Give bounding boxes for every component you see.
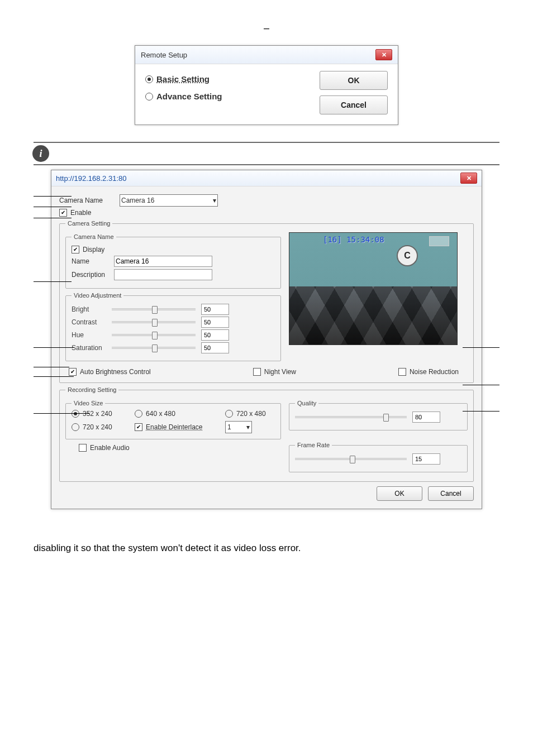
- enable-audio-label: Enable Audio: [90, 444, 130, 452]
- ok-button[interactable]: OK: [320, 71, 388, 90]
- radio-empty-icon: [72, 423, 79, 431]
- cancel-button[interactable]: Cancel: [320, 95, 388, 114]
- preview-overlay-box: [429, 236, 449, 246]
- display-checkbox[interactable]: Display: [72, 246, 275, 253]
- frame-rate-slider[interactable]: [295, 458, 407, 460]
- size-label: 640 x 480: [146, 410, 175, 418]
- camera-setting-legend: Camera Setting: [65, 220, 112, 227]
- camera-name-value: Camera 16: [121, 197, 154, 204]
- deinterlace-select[interactable]: 1 ▾: [225, 421, 252, 433]
- saturation-label: Saturation: [72, 344, 106, 352]
- radio-empty-icon: [225, 410, 233, 418]
- camera-settings-dialog: http://192.168.2.31:80 ✕ Camera Name Cam…: [51, 170, 482, 509]
- hue-slider[interactable]: [112, 334, 196, 336]
- preview-c-badge: C: [397, 245, 418, 266]
- radio-advance-label: Advance Setting: [156, 92, 222, 101]
- video-size-legend: Video Size: [72, 400, 105, 406]
- description-input[interactable]: [114, 269, 212, 280]
- enable-checkbox[interactable]: Enable: [59, 209, 474, 217]
- preview-floor: [289, 286, 457, 344]
- hue-label: Hue: [72, 331, 106, 339]
- auto-brightness-checkbox[interactable]: Auto Brightness Control: [69, 368, 151, 376]
- preview-overlay-text: [16] 15:34:08: [323, 235, 384, 244]
- radio-advance-setting[interactable]: Advance Setting: [145, 92, 222, 101]
- enable-audio-checkbox[interactable]: Enable Audio: [79, 444, 281, 452]
- checkbox-icon: [253, 368, 261, 376]
- saturation-value: 50: [201, 342, 229, 353]
- contrast-value: 50: [201, 317, 229, 328]
- chevron-down-icon: ▾: [213, 197, 216, 204]
- checkbox-icon: [72, 246, 79, 253]
- video-adjustment-fieldset: Video Adjustment Bright 50 Contrast 50: [65, 292, 281, 361]
- close-icon[interactable]: ✕: [375, 49, 392, 60]
- camera-setting-fieldset: Camera Setting Camera Name Display Name: [59, 220, 474, 383]
- auto-brightness-label: Auto Brightness Control: [80, 368, 151, 376]
- display-label: Display: [83, 246, 104, 253]
- quality-legend: Quality: [295, 400, 318, 406]
- checkbox-icon: [59, 209, 67, 217]
- deinterlace-value: 1: [227, 423, 231, 431]
- preview-image: [16] 15:34:08 C: [289, 232, 458, 345]
- body-paragraph: disabling it so that the system won't de…: [34, 543, 499, 554]
- radio-empty-icon: [135, 410, 142, 418]
- name-label: Name: [72, 257, 110, 265]
- enable-label: Enable: [70, 209, 91, 217]
- camera-name-select[interactable]: Camera 16 ▾: [120, 194, 218, 207]
- chevron-down-icon: ▾: [246, 423, 250, 431]
- remote-setup-dialog: Remote Setup ✕ Basic Setting Advance Set…: [135, 45, 398, 125]
- bright-value: 50: [201, 304, 229, 315]
- bright-label: Bright: [72, 305, 106, 313]
- night-view-label: Night View: [264, 368, 296, 376]
- checkbox-icon: [135, 423, 142, 431]
- name-input[interactable]: [114, 256, 212, 267]
- top-dash: –: [34, 22, 499, 34]
- radio-basic-setting[interactable]: Basic Setting: [145, 74, 222, 84]
- night-view-checkbox[interactable]: Night View: [253, 368, 296, 376]
- close-icon[interactable]: ✕: [460, 173, 477, 184]
- checkbox-icon: [79, 444, 87, 452]
- dialog-body: Basic Setting Advance Setting OK Cancel: [135, 64, 398, 125]
- cancel-button[interactable]: Cancel: [428, 486, 474, 501]
- description-label: Description: [72, 271, 110, 279]
- size-label: 352 x 240: [83, 410, 112, 418]
- size-label: 720 x 480: [236, 410, 266, 418]
- camera-name-label: Camera Name: [59, 197, 115, 204]
- saturation-slider[interactable]: [112, 347, 196, 349]
- size-640x480-radio[interactable]: 640 x 480: [135, 410, 212, 418]
- size-720x480-radio[interactable]: 720 x 480: [225, 410, 275, 418]
- enable-deinterlace-checkbox[interactable]: Enable Deinterlace: [135, 423, 212, 431]
- camera-name-legend: Camera Name: [72, 233, 116, 240]
- noise-reduction-checkbox[interactable]: Noise Reduction: [398, 368, 459, 376]
- ok-button[interactable]: OK: [377, 486, 422, 501]
- enable-deinterlace-label: Enable Deinterlace: [146, 423, 202, 431]
- recording-setting-legend: Recording Setting: [65, 386, 118, 393]
- video-size-fieldset: Video Size 352 x 240 640 x 480: [65, 400, 281, 439]
- info-header-row: i: [34, 143, 499, 165]
- size-720x240-radio[interactable]: 720 x 240: [72, 423, 121, 431]
- info-icon: i: [32, 145, 49, 162]
- dialog-titlebar: Remote Setup ✕: [135, 46, 398, 64]
- contrast-slider[interactable]: [112, 321, 196, 323]
- size-352x240-radio[interactable]: 352 x 240: [72, 410, 121, 418]
- radio-basic-label: Basic Setting: [156, 74, 210, 84]
- quality-fieldset: Quality 80: [289, 400, 468, 430]
- dialog-title: Remote Setup: [141, 51, 187, 59]
- video-adjustment-legend: Video Adjustment: [72, 292, 123, 299]
- quality-value: 80: [412, 412, 440, 423]
- contrast-label: Contrast: [72, 318, 106, 326]
- recording-setting-fieldset: Recording Setting Video Size 352 x 240: [59, 386, 474, 482]
- dialog2-titlebar: http://192.168.2.31:80 ✕: [51, 170, 482, 186]
- dialog2-title: http://192.168.2.31:80: [56, 174, 127, 183]
- radio-empty-icon: [145, 93, 153, 101]
- camera-name-fieldset: Camera Name Display Name: [65, 233, 281, 289]
- checkbox-icon: [398, 368, 406, 376]
- frame-rate-legend: Frame Rate: [295, 442, 332, 448]
- quality-slider[interactable]: [295, 416, 407, 418]
- radio-dot-icon: [145, 75, 153, 83]
- bright-slider[interactable]: [112, 308, 196, 310]
- checkbox-icon: [69, 368, 77, 376]
- noise-reduction-label: Noise Reduction: [410, 368, 459, 376]
- frame-rate-value: 15: [412, 453, 440, 465]
- radio-dot-icon: [72, 410, 79, 418]
- frame-rate-fieldset: Frame Rate 15: [289, 442, 468, 472]
